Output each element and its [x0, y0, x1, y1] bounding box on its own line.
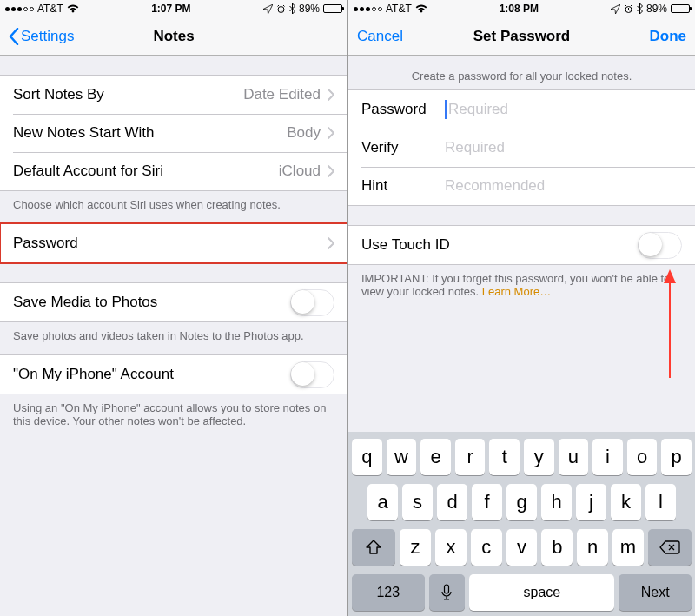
- footer-on-my-iphone: Using an "On My iPhone" account allows y…: [0, 394, 348, 440]
- hint-input[interactable]: [445, 177, 682, 195]
- keyboard: q w e r t y u i o p a s d f g h j k l z: [348, 432, 695, 616]
- key-q[interactable]: q: [352, 439, 382, 475]
- key-w[interactable]: w: [387, 439, 417, 475]
- chevron-right-icon: [328, 127, 334, 139]
- settings-group-1: Sort Notes By Date Edited New Notes Star…: [0, 75, 348, 191]
- bluetooth-icon: [637, 3, 643, 14]
- key-l[interactable]: l: [645, 484, 676, 520]
- backspace-icon: [659, 540, 680, 555]
- screen-set-password: AT&T 1:08 PM 89% Cancel Set Password Don…: [348, 0, 695, 616]
- key-f[interactable]: f: [472, 484, 502, 520]
- svg-marker-3: [664, 269, 676, 283]
- footer-important: IMPORTANT: If you forget this password, …: [348, 265, 695, 310]
- keyboard-row-3: z x c v b n m: [352, 529, 692, 566]
- key-x[interactable]: x: [435, 529, 467, 566]
- row-new-notes[interactable]: New Notes Start With Body: [0, 114, 348, 152]
- settings-group-media: Save Media to Photos: [0, 282, 348, 322]
- signal-dots-icon: [5, 7, 34, 11]
- key-j[interactable]: j: [576, 484, 606, 520]
- chevron-right-icon: [328, 237, 334, 249]
- key-mic[interactable]: [429, 574, 466, 611]
- key-g[interactable]: g: [506, 484, 537, 520]
- key-shift[interactable]: [352, 529, 395, 566]
- status-time: 1:08 PM: [500, 3, 539, 15]
- carrier-label: AT&T: [37, 3, 63, 15]
- nav-bar: Settings Notes: [0, 17, 348, 56]
- annotation-arrow-icon: [659, 269, 680, 378]
- key-s[interactable]: s: [402, 484, 433, 520]
- row-value: Date Edited: [243, 86, 321, 103]
- chevron-right-icon: [328, 89, 334, 101]
- key-b[interactable]: b: [541, 529, 573, 566]
- touch-id-group: Use Touch ID: [348, 225, 695, 265]
- keyboard-row-4: 123 space Next: [352, 574, 692, 611]
- text-cursor: [445, 100, 447, 119]
- battery-percent: 89%: [299, 3, 320, 15]
- row-value: iCloud: [279, 162, 321, 180]
- touch-id-toggle[interactable]: [638, 232, 682, 259]
- field-label: Verify: [361, 139, 445, 156]
- key-space[interactable]: space: [469, 574, 614, 611]
- battery-icon: [671, 4, 690, 13]
- keyboard-row-2: a s d f g h j k l: [352, 484, 692, 520]
- key-n[interactable]: n: [577, 529, 608, 566]
- key-o[interactable]: o: [627, 439, 658, 475]
- row-verify-field: Verify: [348, 129, 695, 167]
- key-u[interactable]: u: [559, 439, 589, 475]
- on-my-iphone-toggle[interactable]: [290, 361, 334, 388]
- battery-percent: 89%: [646, 3, 667, 15]
- row-label: Use Touch ID: [361, 236, 638, 254]
- row-on-my-iphone: "On My iPhone" Account: [0, 355, 348, 394]
- key-backspace[interactable]: [648, 529, 692, 566]
- shift-icon: [365, 540, 382, 555]
- key-h[interactable]: h: [541, 484, 572, 520]
- learn-more-link[interactable]: Learn More…: [482, 285, 551, 298]
- signal-dots-icon: [354, 7, 382, 11]
- svg-rect-4: [445, 585, 449, 593]
- alarm-icon: [276, 4, 286, 14]
- key-e[interactable]: e: [420, 439, 451, 475]
- key-v[interactable]: v: [506, 529, 538, 566]
- key-numbers[interactable]: 123: [352, 574, 425, 611]
- key-a[interactable]: a: [367, 484, 398, 520]
- carrier-label: AT&T: [386, 3, 412, 15]
- back-button[interactable]: Settings: [9, 28, 74, 45]
- wifi-icon: [415, 4, 427, 13]
- row-label: Save Media to Photos: [13, 294, 290, 311]
- row-password[interactable]: Password: [0, 224, 348, 262]
- field-label: Hint: [361, 177, 445, 195]
- password-input[interactable]: [448, 101, 682, 118]
- key-c[interactable]: c: [471, 529, 502, 566]
- settings-group-password: Password: [0, 223, 348, 263]
- chevron-right-icon: [328, 165, 334, 177]
- key-t[interactable]: t: [489, 439, 520, 475]
- key-z[interactable]: z: [400, 529, 431, 566]
- row-password-field: Password: [348, 90, 695, 129]
- mic-icon: [440, 584, 453, 601]
- field-label: Password: [361, 101, 445, 118]
- row-label: Sort Notes By: [13, 86, 243, 103]
- cancel-button[interactable]: Cancel: [357, 28, 403, 45]
- row-label: Password: [13, 235, 328, 252]
- key-r[interactable]: r: [455, 439, 486, 475]
- key-next[interactable]: Next: [619, 574, 692, 611]
- row-hint-field: Hint: [348, 167, 695, 205]
- done-button[interactable]: Done: [650, 28, 687, 45]
- key-i[interactable]: i: [592, 439, 623, 475]
- status-time: 1:07 PM: [151, 3, 190, 15]
- row-siri-account[interactable]: Default Account for Siri iCloud: [0, 152, 348, 190]
- key-y[interactable]: y: [524, 439, 554, 475]
- key-p[interactable]: p: [661, 439, 692, 475]
- key-d[interactable]: d: [437, 484, 467, 520]
- row-sort-notes[interactable]: Sort Notes By Date Edited: [0, 76, 348, 114]
- screen-notes-settings: AT&T 1:07 PM 89% Settings Notes: [0, 0, 348, 616]
- chevron-left-icon: [9, 28, 19, 45]
- verify-input[interactable]: [445, 139, 682, 156]
- row-value: Body: [287, 124, 321, 142]
- settings-group-on-my-iphone: "On My iPhone" Account: [0, 354, 348, 394]
- row-touch-id: Use Touch ID: [348, 226, 695, 264]
- key-k[interactable]: k: [611, 484, 641, 520]
- key-m[interactable]: m: [612, 529, 644, 566]
- save-media-toggle[interactable]: [290, 289, 334, 316]
- bluetooth-icon: [289, 3, 295, 14]
